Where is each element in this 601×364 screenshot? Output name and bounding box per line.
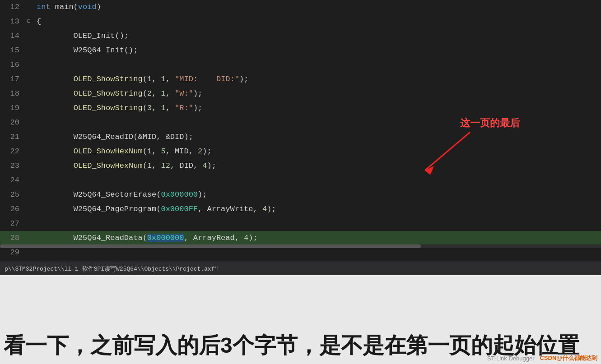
line-number: 27 [0,217,25,231]
code-lines: 12int main(void)13⊟{14 OLED_Init();15 W2… [0,0,601,262]
code-token: W25Q64_ReadData( [37,234,147,242]
code-token: void [78,3,97,11]
code-token: ( [143,161,147,170]
line-number: 20 [0,115,25,130]
code-token: 5 [161,147,165,156]
code-token: , ArrayWrite, [198,205,262,213]
code-token: ( [143,104,147,112]
code-line[interactable]: 17 OLED_ShowString(1, 1, "MID: DID:"); [0,72,601,87]
code-token: OLED_ShowHexNum [74,147,143,156]
code-line[interactable]: 18 OLED_ShowString(2, 1, "W:"); [0,87,601,101]
code-line[interactable]: 27 [0,217,601,231]
code-token: 2 [147,89,152,98]
code-token: 1 [161,89,165,98]
code-line[interactable]: 25 W25Q64_SectorErase(0x000000); [0,188,601,202]
code-token: 1 [161,104,165,112]
code-token: , [152,104,161,112]
code-token: OLED_ShowHexNum [74,161,143,170]
code-line[interactable]: 19 OLED_ShowString(3, 1, "R:"); [0,101,601,115]
code-token: ( [143,147,147,156]
code-line[interactable]: 20 [0,115,601,130]
code-token: W25Q64_ReadID(&MID, &DID); [37,133,193,141]
code-token [37,75,74,83]
code-token: , ArrayRead, [184,234,244,242]
line-number: 19 [0,101,25,115]
code-token: OLED_ShowString [74,75,143,83]
caption-area: 看一下，之前写入的后3个字节，是不是在第一页的起始位置 ST-Link Debu… [0,275,601,364]
code-token: ) [97,3,101,11]
watermark-st-link: ST-Link Debugger [487,355,535,362]
watermark-csdn: CSDN@什么都能达到 [540,354,597,362]
code-line[interactable]: 26 W25Q64_PageProgram(0x0000FF, ArrayWri… [0,202,601,217]
horizontal-scrollbar[interactable] [0,244,601,248]
code-token: ( [143,75,147,83]
code-line[interactable]: 22 OLED_ShowHexNum(1, 5, MID, 2); [0,144,601,159]
code-token: , DID, [170,161,202,170]
code-token: { [37,17,41,26]
code-token: W25Q64_SectorErase( [37,190,161,199]
code-token: 1 [161,75,165,83]
code-token: , [166,89,175,98]
line-content: OLED_ShowHexNum(1, 12, DID, 4); [33,159,216,173]
selected-token: 0x000000 [147,234,184,242]
line-content: W25Q64_Init(); [33,43,138,58]
line-content: OLED_ShowString(1, 1, "MID: DID:"); [33,72,248,87]
code-token [37,89,74,98]
line-content: int main(void) [33,0,101,14]
status-bar: p\\STM32Project\\ll-1 软件SPI读写W25Q64\\Obj… [0,262,601,275]
code-token: 3 [147,104,152,112]
line-number: 12 [0,0,25,14]
code-token [37,147,74,156]
code-token: 4 [262,205,267,213]
code-line[interactable]: 23 OLED_ShowHexNum(1, 12, DID, 4); [0,159,601,173]
code-token: 4 [202,161,207,170]
code-token: ); [193,89,202,98]
code-token: ); [198,190,207,199]
code-line[interactable]: 30 OLED_ShowHexNum(2, 3, ArrayWrite[0], … [0,260,601,262]
code-token: 12 [161,161,170,170]
code-token: 0x0000FF [161,205,198,213]
line-content: OLED_ShowString(3, 1, "R:"); [33,101,202,115]
code-token: ( [143,89,147,98]
line-number: 17 [0,72,25,87]
code-editor: 12int main(void)13⊟{14 OLED_Init();15 W2… [0,0,601,262]
line-number: 13 [0,14,25,29]
code-token: ); [202,147,211,156]
line-content: W25Q64_ReadID(&MID, &DID); [33,130,193,144]
line-content: W25Q64_PageProgram(0x0000FF, ArrayWrite,… [33,202,276,217]
line-number: 22 [0,144,25,159]
code-token: int [37,3,51,11]
code-line[interactable]: 24 [0,173,601,188]
code-token: 2 [198,147,202,156]
line-number: 15 [0,43,25,58]
line-content: OLED_Init(); [33,29,129,43]
status-path: p\\STM32Project\\ll-1 软件SPI读写W25Q64\\Obj… [5,265,218,273]
line-collapse: ⊟ [25,14,33,29]
code-token: ); [267,205,276,213]
code-line[interactable]: 28 W25Q64_ReadData(0x000000, ArrayRead, … [0,231,601,245]
code-line[interactable]: 12int main(void) [0,0,601,14]
code-token [37,104,74,112]
code-line[interactable]: 15 W25Q64_Init(); [0,43,601,58]
scrollbar-thumb[interactable] [0,244,421,248]
code-token: , [166,75,175,83]
line-content: OLED_ShowHexNum(1, 5, MID, 2); [33,144,212,159]
code-token: ); [239,75,248,83]
code-line[interactable]: 16 [0,58,601,72]
watermark-bar: ST-Link Debugger CSDN@什么都能达到 [484,352,601,364]
code-line[interactable]: 21 W25Q64_ReadID(&MID, &DID); [0,130,601,144]
code-token: main( [51,3,78,11]
code-token: 0x000000 [161,190,198,199]
code-line[interactable]: 13⊟{ [0,14,601,29]
code-token: ); [207,161,216,170]
line-content: W25Q64_SectorErase(0x000000); [33,188,207,202]
code-line[interactable]: 14 OLED_Init(); [0,29,601,43]
code-token: 1 [147,75,152,83]
line-content: W25Q64_ReadData(0x000000, ArrayRead, 4); [33,231,258,245]
line-number: 24 [0,173,25,188]
line-number: 14 [0,29,25,43]
line-content: { [33,14,41,29]
line-number: 25 [0,188,25,202]
code-token [37,161,74,170]
code-token: , [152,89,161,98]
